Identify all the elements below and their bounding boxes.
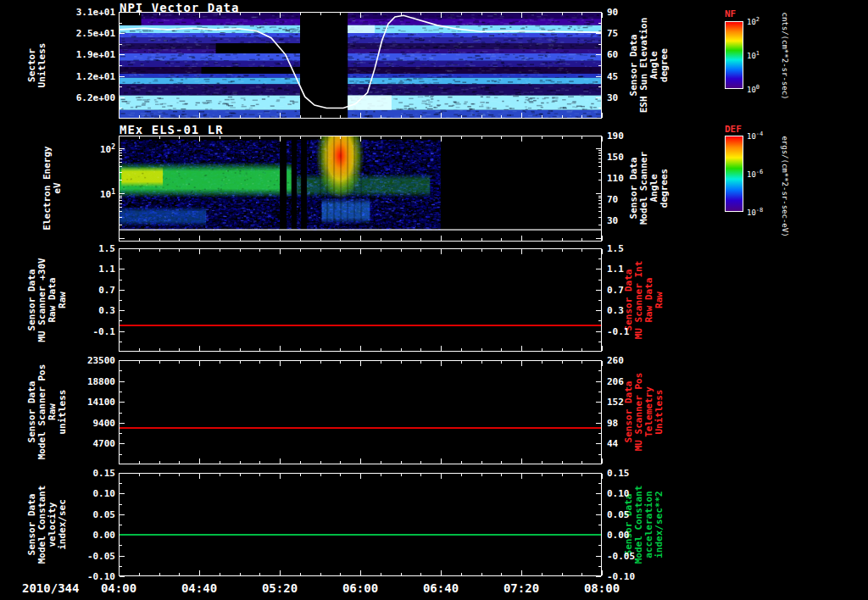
axis-tick <box>120 65 122 66</box>
axis-tick <box>562 461 563 464</box>
axis-tick <box>596 290 601 291</box>
axis-tick <box>596 423 601 424</box>
axis-tick <box>220 249 220 252</box>
axis-tick <box>259 474 260 476</box>
axis-tick <box>596 148 601 149</box>
axis-tick <box>280 136 281 142</box>
axis-tick <box>598 166 601 167</box>
y-tick-label: 0.7 <box>47 285 115 294</box>
axis-tick <box>596 514 601 515</box>
axis-tick <box>240 474 241 476</box>
axis-tick <box>598 197 601 198</box>
y-tick-label: -0.1 <box>607 326 654 336</box>
axis-tick <box>401 361 402 364</box>
axis-tick <box>441 13 442 18</box>
colorbar-tick-label: 10-6 <box>747 169 763 179</box>
axis-tick <box>120 108 122 108</box>
axis-tick <box>481 136 482 139</box>
axis-tick <box>596 33 601 34</box>
colorbar-tick-label: 100 <box>747 84 760 94</box>
axis-tick <box>179 474 180 476</box>
axis-tick <box>420 115 421 118</box>
axis-tick <box>259 573 260 575</box>
axis-tick <box>562 573 563 575</box>
axis-tick <box>581 136 582 139</box>
axis-tick <box>441 474 442 479</box>
axis-tick <box>542 13 542 15</box>
axis-tick <box>420 136 421 139</box>
axis-tick <box>596 54 601 55</box>
axis-tick <box>139 361 140 364</box>
axis-tick <box>596 248 601 249</box>
axis-tick <box>360 13 361 18</box>
axis-tick <box>501 573 502 575</box>
axis-tick <box>562 249 563 252</box>
npi-spectrogram-canvas <box>120 13 601 118</box>
axis-tick <box>300 348 301 351</box>
def-colorbar-title: DEF <box>725 124 742 135</box>
axis-tick <box>598 211 601 212</box>
axis-tick <box>441 249 442 254</box>
axis-tick <box>596 443 601 444</box>
axis-tick <box>598 320 601 321</box>
axis-tick <box>562 238 563 241</box>
axis-tick <box>320 573 321 575</box>
axis-tick <box>300 573 301 575</box>
axis-tick <box>199 113 200 118</box>
axis-tick <box>179 136 180 139</box>
axis-tick <box>220 361 220 364</box>
axis-tick <box>381 361 381 364</box>
axis-tick <box>461 238 462 241</box>
nf-colorbar <box>725 21 743 89</box>
axis-tick <box>220 115 220 118</box>
y-tick-label: 0.3 <box>47 306 115 315</box>
axis-tick <box>179 348 180 351</box>
axis-tick <box>199 458 200 464</box>
axis-tick <box>120 514 125 515</box>
y-tick-label: 0.15 <box>607 469 654 478</box>
axis-tick <box>598 454 601 455</box>
axis-tick <box>119 570 120 575</box>
axis-tick <box>598 44 601 45</box>
axis-tick <box>120 331 125 332</box>
axis-tick <box>598 217 601 218</box>
axis-tick <box>139 461 140 464</box>
axis-tick <box>481 115 482 118</box>
axis-tick <box>340 115 341 118</box>
axis-tick <box>401 136 402 139</box>
axis-tick <box>159 474 160 476</box>
axis-tick <box>280 249 281 254</box>
x-tick-label: 04:00 <box>92 581 146 595</box>
axis-tick <box>596 360 601 361</box>
axis-tick <box>581 249 582 252</box>
axis-tick <box>199 570 200 575</box>
axis-tick <box>598 433 601 434</box>
axis-tick <box>120 196 122 197</box>
axis-tick <box>120 158 122 159</box>
axis-tick <box>360 361 361 366</box>
axis-tick <box>441 236 442 241</box>
axis-tick <box>119 361 120 366</box>
axis-tick <box>120 504 122 505</box>
axis-tick <box>501 348 502 351</box>
axis-tick <box>360 113 361 118</box>
axis-tick <box>280 474 281 479</box>
axis-tick <box>481 249 482 252</box>
axis-tick <box>461 361 462 364</box>
axis-tick <box>159 238 160 241</box>
axis-tick <box>598 342 601 342</box>
axis-tick <box>360 346 361 351</box>
axis-tick <box>120 207 122 208</box>
axis-tick <box>120 54 125 55</box>
axis-tick <box>381 573 381 575</box>
colorbar-tick-label: 101 <box>747 50 760 60</box>
y-tick-label: 45 <box>607 71 654 81</box>
axis-tick <box>120 97 125 98</box>
axis-tick <box>240 361 241 364</box>
axis-tick <box>280 236 281 241</box>
y-tick-label: 110 <box>607 174 654 183</box>
y-tick-label: 0.05 <box>607 509 654 519</box>
axis-tick <box>602 136 603 142</box>
axis-tick <box>542 348 542 351</box>
axis-tick <box>240 348 241 351</box>
